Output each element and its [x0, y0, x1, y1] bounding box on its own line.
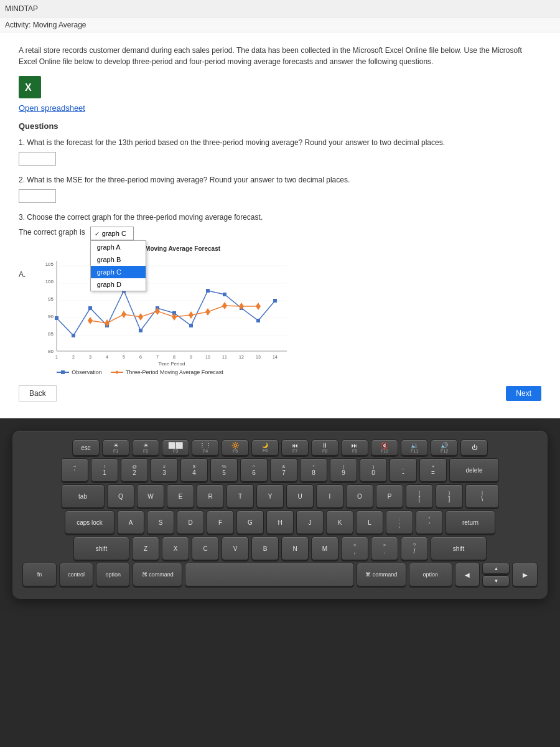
key-u[interactable]: U — [286, 484, 314, 508]
key-e[interactable]: E — [167, 484, 194, 508]
key-q[interactable]: Q — [107, 484, 134, 508]
key-t[interactable]: T — [226, 484, 254, 508]
svg-text:6: 6 — [139, 355, 142, 359]
key-f3[interactable]: ⬜⬜F3 — [162, 439, 189, 456]
key-ctrl[interactable]: control — [59, 563, 93, 586]
key-8[interactable]: *8 — [300, 458, 327, 482]
graph-option-c[interactable]: graph C — [91, 266, 146, 278]
svg-rect-34 — [139, 329, 142, 332]
key-delete[interactable]: delete — [449, 458, 499, 482]
graph-dropdown-button[interactable]: ✓ graph C — [90, 227, 134, 240]
q2-answer-input[interactable] — [19, 189, 56, 203]
key-arrow-right[interactable]: ▶ — [512, 563, 538, 586]
key-f2[interactable]: ☀F2 — [132, 439, 159, 456]
svg-text:12: 12 — [239, 355, 244, 359]
key-power[interactable]: ⏻ — [460, 439, 488, 456]
key-space[interactable] — [185, 563, 353, 586]
key-f11[interactable]: 🔉F11 — [401, 439, 428, 456]
key-arrow-left[interactable]: ◀ — [455, 563, 480, 586]
key-6[interactable]: ^6 — [240, 458, 268, 482]
key-2[interactable]: @2 — [121, 458, 148, 482]
key-backtick[interactable]: ~` — [61, 458, 88, 482]
key-arrow-up[interactable]: ▲ — [482, 563, 510, 574]
key-period[interactable]: >. — [371, 537, 398, 560]
key-command-right[interactable]: ⌘ command — [357, 563, 406, 586]
chart-svg: 80 85 90 95 100 105 1 2 — [32, 255, 293, 367]
key-quote[interactable]: "' — [416, 510, 443, 534]
key-esc[interactable]: esc — [72, 439, 100, 456]
key-l[interactable]: L — [356, 510, 383, 534]
key-5[interactable]: %5 — [210, 458, 238, 482]
key-caps[interactable]: caps lock — [65, 510, 114, 534]
key-4[interactable]: $4 — [180, 458, 208, 482]
key-shift-right[interactable]: shift — [431, 537, 487, 560]
key-f4[interactable]: ⋮⋮F4 — [192, 439, 219, 456]
key-3[interactable]: #3 — [151, 458, 178, 482]
nav-buttons: Back Next — [19, 385, 541, 402]
key-p[interactable]: P — [376, 484, 403, 508]
key-minus[interactable]: _- — [390, 458, 417, 482]
key-f7[interactable]: ⏮F7 — [281, 439, 309, 456]
key-j[interactable]: J — [296, 510, 324, 534]
key-h[interactable]: H — [266, 510, 294, 534]
key-0[interactable]: )0 — [360, 458, 387, 482]
key-semicolon[interactable]: :; — [386, 510, 413, 534]
key-comma[interactable]: <, — [341, 537, 368, 560]
key-w[interactable]: W — [137, 484, 164, 508]
key-m[interactable]: M — [311, 537, 338, 560]
key-option-right[interactable]: option — [409, 563, 452, 586]
key-f12[interactable]: 🔊F12 — [431, 439, 458, 456]
excel-icon-wrap: X — [19, 76, 541, 98]
key-k[interactable]: K — [326, 510, 353, 534]
graph-dropdown[interactable]: ✓ graph C graph A graph B graph C graph … — [90, 227, 134, 240]
key-c[interactable]: C — [192, 537, 219, 560]
key-option-left[interactable]: option — [96, 563, 130, 586]
key-n[interactable]: N — [281, 537, 309, 560]
graph-option-d[interactable]: graph D — [91, 278, 146, 291]
back-button[interactable]: Back — [19, 385, 57, 402]
key-f10[interactable]: 🔇F10 — [371, 439, 398, 456]
key-return[interactable]: return — [446, 510, 495, 534]
key-shift-left[interactable]: shift — [73, 537, 129, 560]
key-bracket-open[interactable]: {[ — [406, 484, 433, 508]
svg-text:Time Period: Time Period — [159, 361, 185, 367]
key-arrow-down[interactable]: ▼ — [482, 575, 510, 586]
graph-option-b[interactable]: graph B — [91, 253, 146, 266]
key-slash[interactable]: ?/ — [401, 537, 428, 560]
key-equals[interactable]: += — [419, 458, 447, 482]
key-i[interactable]: I — [316, 484, 343, 508]
key-d[interactable]: D — [177, 510, 204, 534]
key-1[interactable]: !1 — [91, 458, 118, 482]
key-b[interactable]: B — [251, 537, 279, 560]
key-v[interactable]: V — [222, 537, 249, 560]
key-s[interactable]: S — [147, 510, 174, 534]
key-a[interactable]: A — [117, 510, 144, 534]
graph-option-a[interactable]: graph A — [91, 241, 146, 253]
key-r[interactable]: R — [197, 484, 224, 508]
key-backslash[interactable]: |\ — [465, 484, 499, 508]
key-z[interactable]: Z — [132, 537, 159, 560]
open-spreadsheet-link[interactable]: Open spreadsheet — [19, 103, 541, 113]
next-button[interactable]: Next — [506, 386, 541, 401]
svg-marker-51 — [222, 302, 227, 309]
key-f8[interactable]: ⏸F8 — [311, 439, 338, 456]
correct-graph-label: The correct graph is — [19, 228, 85, 237]
key-g[interactable]: G — [236, 510, 264, 534]
key-f9[interactable]: ⏭F9 — [341, 439, 368, 456]
key-bracket-close[interactable]: }] — [436, 484, 463, 508]
key-f5[interactable]: 🔆F5 — [222, 439, 249, 456]
key-f1[interactable]: ☀F1 — [102, 439, 129, 456]
key-7[interactable]: &7 — [270, 458, 297, 482]
key-9[interactable]: (9 — [330, 458, 357, 482]
question-2: 2. What is the MSE for the three-period … — [19, 174, 541, 203]
key-y[interactable]: Y — [256, 484, 284, 508]
selected-graph-label: graph C — [102, 230, 126, 237]
key-command-left[interactable]: ⌘ command — [133, 563, 182, 586]
q1-answer-input[interactable] — [19, 152, 56, 166]
key-f[interactable]: F — [207, 510, 234, 534]
key-o[interactable]: O — [346, 484, 373, 508]
key-tab[interactable]: tab — [61, 484, 105, 508]
key-fn[interactable]: fn — [22, 563, 57, 586]
key-x[interactable]: X — [162, 537, 189, 560]
key-f6[interactable]: 🌙F6 — [251, 439, 279, 456]
